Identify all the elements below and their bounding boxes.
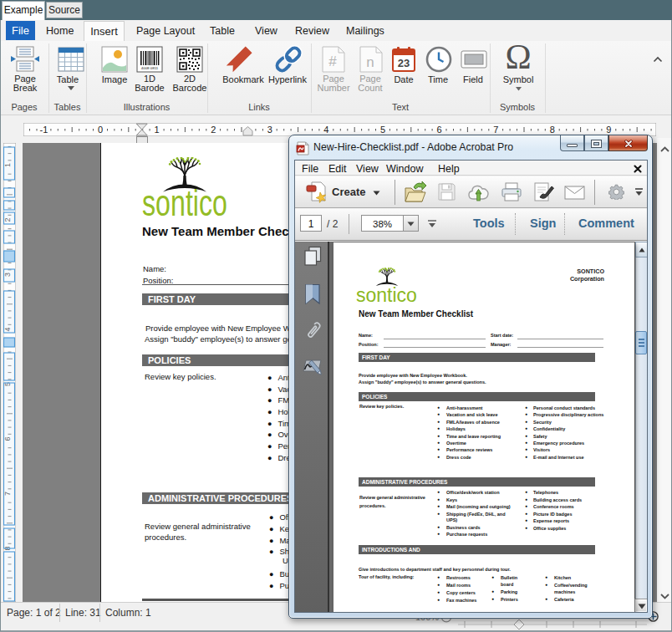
svg-text:sontico: sontico [142,181,227,222]
